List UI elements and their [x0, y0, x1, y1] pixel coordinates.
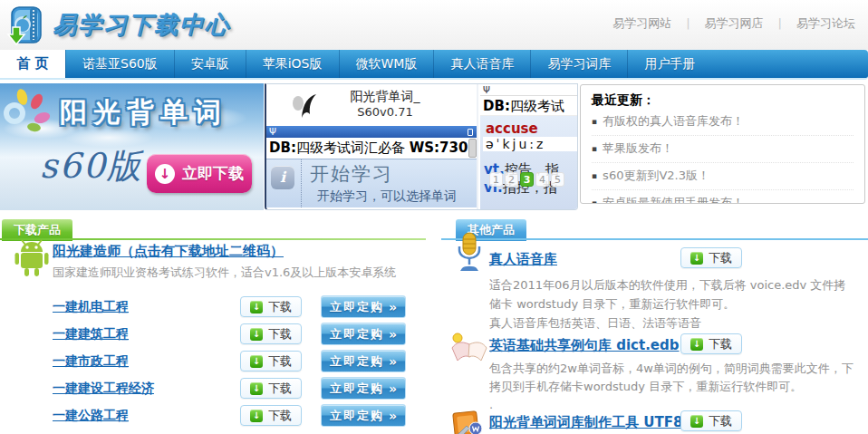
status-bar: Ψ	[266, 126, 477, 138]
example-book-icon	[448, 332, 490, 364]
update-text: 苹果版发布！	[603, 140, 673, 157]
nav-tab-ios[interactable]: 苹果iOS版	[246, 50, 339, 78]
order-button[interactable]: 立即定购 »	[321, 404, 406, 427]
app-screenshots: 阳光背单词_ S60v0.71 Ψ DB:四级考试词汇必备 WS:730 i 开…	[265, 83, 578, 210]
page-dot-1[interactable]: 1	[489, 172, 503, 187]
update-item[interactable]: ▪ 安卓版最新使用手册发布！	[592, 190, 854, 204]
page-dot-4[interactable]: 4	[535, 172, 549, 187]
order-button[interactable]: 立即定购 »	[321, 323, 406, 345]
download-button[interactable]: ↓ 下载	[680, 247, 742, 268]
site-title: 易学习下载中心	[53, 9, 230, 41]
desc-line: 适合2011年06月以后版本的软件使用，下载后将 voice.edv 文件拷	[489, 275, 868, 294]
db-info-row: DB:四级考试	[480, 96, 578, 116]
nav-tab-dictionary[interactable]: 易学习词库	[530, 50, 627, 78]
order-label: 立即定购	[330, 299, 384, 315]
nav-tab-manual[interactable]: 用户手册	[627, 50, 711, 78]
bullet-icon: ▪	[592, 171, 597, 180]
nav-tab-home[interactable]: 首 页	[0, 50, 65, 78]
other-product-link[interactable]: 英语基础共享例句库 dict.edb	[489, 337, 680, 353]
updates-title: 最近更新：	[592, 92, 854, 109]
info-icon: i	[271, 166, 294, 189]
download-button[interactable]: ↓ 下载	[240, 378, 302, 399]
download-label: 下载	[268, 353, 292, 370]
download-label: 下载	[268, 381, 292, 397]
product-desc: 国家建造师职业资格考试练习软件，适合v1.6及以上版本安卓系统	[53, 265, 396, 281]
chevron-right-icon: »	[389, 409, 397, 423]
section-divider-blue	[441, 238, 868, 240]
banner-edition: s60版	[40, 143, 143, 189]
backpack-download-icon	[5, 2, 47, 47]
download-button[interactable]: ↓ 下载	[680, 333, 742, 354]
desc-line: 拷贝到手机存储卡wordstudy 目录下，重新运行软件即可。	[489, 378, 868, 396]
other-product-example-db: 英语基础共享例句库 dict.edb ↓ 下载 包含共享的约2w单词音标，4w单…	[489, 336, 868, 414]
update-item[interactable]: ▪ s60更新到V2.3版！	[592, 163, 854, 190]
battery-icon	[468, 129, 473, 136]
download-icon: ↓	[250, 410, 263, 422]
screenshot-word-view: Ψ DB:四级考试 accuse əˈkju:z vt.控告，指 vi.指控，指	[480, 84, 578, 209]
chevron-right-icon: »	[389, 381, 397, 396]
banner-s60[interactable]: 阳光背单词 s60版 ↓ 立即下载	[0, 83, 264, 210]
order-label: 立即定购	[330, 353, 384, 370]
download-button[interactable]: ↓ 下载	[240, 323, 302, 344]
page-dot-3-active[interactable]: 3	[520, 172, 534, 187]
app-version: S60v0.71	[294, 105, 477, 119]
word-card: accuse əˈkju:z vt.控告，指 vi.指控，指	[480, 116, 578, 209]
update-text: 有版权的真人语音库发布！	[603, 113, 744, 130]
top-link-shop[interactable]: 易学习网店	[671, 15, 763, 32]
update-item[interactable]: ▪ 苹果版发布！	[592, 136, 854, 163]
order-button[interactable]: 立即定购 »	[321, 377, 406, 400]
menu-area: i 开始学习 开始学习，可以选择单词	[266, 159, 477, 207]
logo: 易学习下载中心	[5, 2, 230, 47]
other-product-link[interactable]: 阳光背单词词库制作工具 UTF8	[489, 414, 682, 430]
screenshot2-titlebar: Ψ	[480, 84, 578, 96]
nav-tab-nokia-s60[interactable]: 诺基亚S60版	[65, 50, 174, 78]
product-link-gonglu[interactable]: 一建公路工程	[53, 408, 129, 424]
db-label: DB:	[269, 140, 296, 156]
other-product-link[interactable]: 真人语音库	[489, 251, 557, 267]
petal	[28, 92, 45, 111]
signal-icon: Ψ	[483, 84, 490, 96]
order-label: 立即定购	[330, 326, 384, 342]
page-dot-2[interactable]: 2	[505, 172, 518, 187]
desc-line: 包含共享的约2w单词音标，4w单词的例句，简明词典需要此文件，下	[489, 360, 868, 378]
bullet-icon: ▪	[592, 117, 597, 126]
product-link-jianzaoshi[interactable]: 阳光建造师（点击有下载地址二维码）	[53, 243, 284, 260]
others-section: 其他产品 真人语音库 ↓ 下载 适合2011年06月以后版本的软件使用，下载后将…	[441, 217, 868, 434]
top-link-forum[interactable]: 易学习论坛	[764, 15, 855, 32]
screenshot-main-menu: 阳光背单词_ S60v0.71 Ψ DB:四级考试词汇必备 WS:730 i 开…	[266, 84, 478, 209]
product-link-jingji[interactable]: 一建建设工程经济	[53, 381, 154, 397]
top-link-website[interactable]: 易学习网站	[612, 15, 671, 32]
page-dot-5[interactable]: 5	[551, 172, 564, 187]
phonetic: əˈkju:z	[483, 137, 578, 151]
desc-line: .	[489, 396, 868, 414]
slider-pagination: 1 2 3 4 5	[489, 172, 564, 187]
update-item[interactable]: ▪ 有版权的真人语音库发布！	[592, 109, 854, 136]
word: accuse	[486, 121, 538, 137]
banner-download-button[interactable]: ↓ 立即下载	[147, 154, 252, 193]
nav-tab-voice-library[interactable]: 真人语音库	[433, 50, 530, 78]
db-label: DB:	[483, 98, 510, 114]
dict-maker-tool-icon	[450, 410, 487, 434]
download-button[interactable]: ↓ 下载	[240, 296, 302, 317]
banner-download-label: 立即下载	[182, 163, 244, 184]
product-link-shizheng[interactable]: 一建市政工程	[53, 353, 129, 370]
order-button[interactable]: 立即定购 »	[321, 350, 406, 372]
ws-count: WS:730	[410, 140, 468, 156]
other-product-voice-library: 真人语音库 ↓ 下载 适合2011年06月以后版本的软件使用，下载后将 voic…	[489, 250, 868, 333]
product-link-jidian[interactable]: 一建机电工程	[53, 299, 129, 315]
nav-tab-android[interactable]: 安卓版	[174, 50, 246, 78]
download-button[interactable]: ↓ 下载	[680, 410, 742, 431]
download-button[interactable]: ↓ 下载	[240, 351, 302, 371]
update-text: 安卓版最新使用手册发布！	[603, 195, 744, 204]
order-button[interactable]: 立即定购 »	[321, 295, 406, 318]
scrollbar[interactable]	[468, 139, 477, 158]
nav-tab-wm[interactable]: 微软WM版	[339, 50, 434, 78]
chevron-right-icon: »	[389, 327, 397, 342]
downloads-section: 下载产品 阳光建造师（点击有下载地址二维码） 国家建造师职业资格考试练习软件，适…	[0, 217, 426, 434]
download-button[interactable]: ↓ 下载	[240, 405, 302, 426]
bullet-icon: ▪	[592, 198, 597, 204]
product-desc: 适合2011年06月以后版本的软件使用，下载后将 voice.edv 文件拷 储…	[489, 275, 868, 333]
top-links: 易学习网站 易学习网店 易学习论坛	[612, 15, 855, 32]
menu-item-subtitle: 开始学习，可以选择单词	[317, 188, 457, 205]
product-link-jianzhu[interactable]: 一建建筑工程	[53, 326, 129, 342]
